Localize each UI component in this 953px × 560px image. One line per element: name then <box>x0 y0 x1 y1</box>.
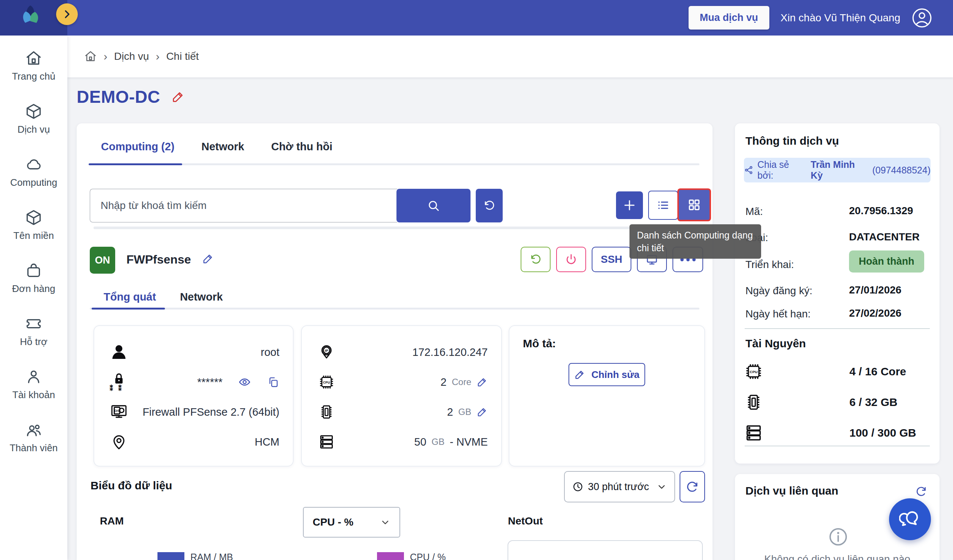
vm-ip: 172.16.120.247 <box>412 346 488 359</box>
vm-account-card: root ＊＊＊＊ ****** OS Firewall PFSense 2.7… <box>93 325 293 467</box>
ram-icon <box>744 393 767 412</box>
sidebar-item-support[interactable]: Hỗ trợ <box>1 315 67 348</box>
breadcrumb-home-icon[interactable] <box>84 50 97 63</box>
vm-os: Firewall PFSense 2.7 (64bit) <box>143 406 279 418</box>
tab-recall[interactable]: Chờ thu hồi <box>260 134 348 164</box>
ticket-icon <box>25 315 42 333</box>
edit-title-icon[interactable] <box>171 90 185 104</box>
user-icon <box>25 368 42 385</box>
sidebar-item-computing[interactable]: Computing <box>1 156 67 189</box>
password-lock-icon: ＊＊＊＊ <box>108 372 130 392</box>
vm-password-masked: ****** <box>197 376 222 388</box>
edit-vm-name-icon[interactable] <box>202 253 214 265</box>
search-icon <box>426 198 441 213</box>
vm-disk-suffix: - NVME <box>450 436 488 448</box>
reset-search-button[interactable] <box>476 189 503 223</box>
edit-cpu-icon[interactable] <box>476 376 488 388</box>
edit-description-button[interactable]: Chỉnh sửa <box>568 363 645 386</box>
resource-disk-value: 100 / 300 GB <box>849 427 916 439</box>
search-input[interactable] <box>90 189 397 223</box>
svg-text:CPU: CPU <box>323 381 330 384</box>
app-logo-icon <box>16 3 45 32</box>
vm-restart-button[interactable] <box>521 247 551 272</box>
sidebar-item-domains[interactable]: Tên miền <box>1 209 67 241</box>
search-button[interactable] <box>396 189 470 223</box>
vm-username: root <box>261 346 279 359</box>
time-range-select[interactable]: 30 phút trước <box>564 471 675 503</box>
cube-icon <box>25 209 42 226</box>
sidebar-item-orders[interactable]: Đơn hàng <box>1 262 67 295</box>
buy-service-button[interactable]: Mua dịch vụ <box>689 6 769 29</box>
sync-icon <box>686 480 699 493</box>
ram-legend-swatch <box>157 552 185 560</box>
code-value: 20.7956.1329 <box>849 205 913 217</box>
chevron-down-icon <box>380 517 391 528</box>
page-title: DEMO-DC <box>77 87 160 107</box>
netout-chart-container <box>508 540 703 560</box>
disk-icon <box>744 423 767 442</box>
sidebar-item-home[interactable]: Trang chủ <box>1 50 67 82</box>
code-label: Mã: <box>745 206 763 218</box>
list-view-button[interactable] <box>648 191 678 220</box>
registration-value: 27/01/2026 <box>849 284 902 296</box>
edit-ram-icon[interactable] <box>476 406 488 418</box>
sidebar-item-members[interactable]: Thành viên <box>1 421 67 454</box>
show-password-icon[interactable] <box>238 376 251 388</box>
netout-chart-title: NetOut <box>508 515 543 527</box>
cpu-metric-select[interactable]: CPU - % <box>303 507 400 538</box>
tab-network[interactable]: Network <box>190 134 260 164</box>
ip-icon: IP <box>315 343 338 361</box>
svg-text:IP: IP <box>324 348 328 353</box>
refresh-charts-button[interactable] <box>680 471 705 503</box>
cpu-icon: CPU <box>744 362 767 381</box>
resource-ram-value: 6 / 32 GB <box>849 396 897 408</box>
related-empty-text: Không có dịch vụ liên quan nào <box>735 553 939 560</box>
related-services-title: Dịch vụ liên quan <box>745 484 838 497</box>
grid-view-icon <box>687 198 701 212</box>
sidebar: Trang chủ Dịch vụ Computing Tên miền Đơn… <box>0 36 67 560</box>
vm-power-button[interactable] <box>556 247 586 272</box>
ram-legend: RAM / MB <box>157 552 233 560</box>
grid-view-button[interactable] <box>677 189 711 221</box>
tab-computing[interactable]: Computing (2) <box>90 134 190 164</box>
add-computing-button[interactable] <box>616 192 643 219</box>
user-greeting: Xin chào Vũ Thiện Quang <box>781 12 900 24</box>
shared-by-name: Trần Minh Kỳ <box>811 159 869 181</box>
cpu-legend: CPU / % <box>377 552 446 560</box>
breadcrumb-services[interactable]: Dịch vụ <box>114 51 149 62</box>
copy-password-icon[interactable] <box>267 376 279 388</box>
vm-status-badge: ON <box>90 247 115 274</box>
topbar: Mua dịch vụ Xin chào Vũ Thiện Quang <box>0 0 953 36</box>
chat-support-button[interactable] <box>889 498 931 540</box>
sidebar-toggle-button[interactable] <box>56 3 78 25</box>
user-solid-icon <box>108 343 130 362</box>
share-icon <box>744 165 754 175</box>
refresh-related-icon[interactable] <box>915 485 928 498</box>
cube-icon <box>25 103 42 120</box>
location-pin-icon <box>108 433 130 450</box>
chat-icon <box>899 508 921 530</box>
list-view-icon <box>657 198 670 212</box>
vm-name: FWPfsense <box>126 253 191 266</box>
subtab-track <box>90 308 699 309</box>
breadcrumb-separator: › <box>104 50 107 63</box>
grid-view-tooltip: Danh sách Computing dạng chi tiết <box>630 224 761 259</box>
resources-title: Tài Nguyên <box>745 337 806 350</box>
ram-icon <box>315 403 338 421</box>
sidebar-item-account[interactable]: Tài khoản <box>1 368 67 401</box>
sidebar-item-services[interactable]: Dịch vụ <box>1 103 67 135</box>
divider <box>745 446 930 446</box>
user-avatar-icon[interactable] <box>911 8 933 28</box>
bag-icon <box>25 262 42 279</box>
divider <box>745 328 930 329</box>
info-icon <box>828 526 849 547</box>
os-icon: OS <box>108 402 130 421</box>
breadcrumb: › Dịch vụ › Chi tiết <box>67 36 953 77</box>
active-subtab-indicator <box>92 308 165 309</box>
cpu-metric-value: CPU - % <box>313 516 354 528</box>
vm-ssh-button[interactable]: SSH <box>592 247 631 272</box>
charts-section-title: Biểu đồ dữ liệu <box>90 479 172 492</box>
vm-row: ON FWPfsense SSH <box>90 247 703 274</box>
expiry-value: 27/02/2026 <box>849 307 902 319</box>
vm-disk-value: 50 <box>414 436 426 448</box>
